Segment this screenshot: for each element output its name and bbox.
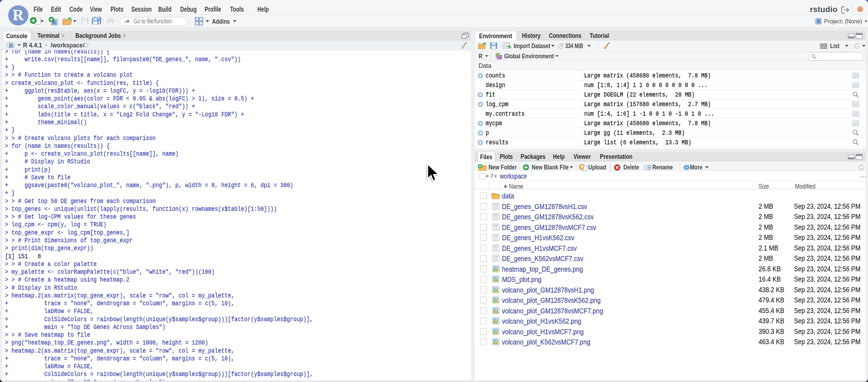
svg-text:R: R — [817, 19, 820, 24]
svg-text:R: R — [9, 42, 13, 49]
